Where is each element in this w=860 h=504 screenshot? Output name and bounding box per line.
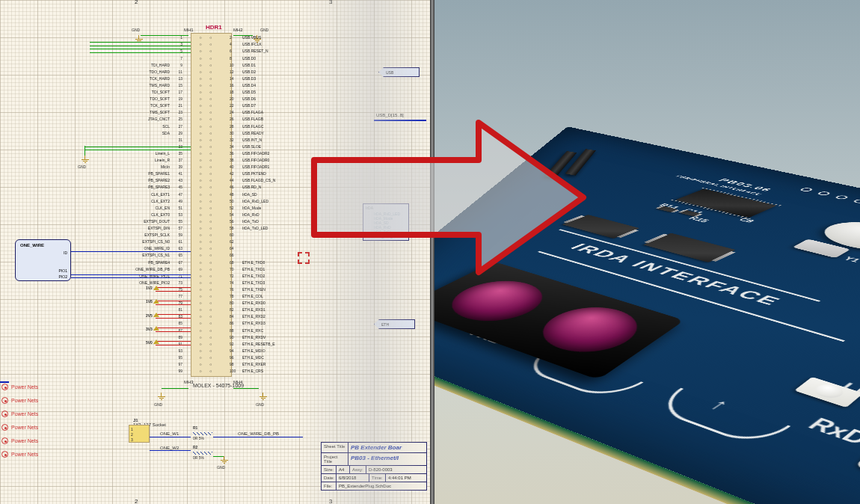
pin-row[interactable]: TMS_HARD15○ ○16USB.D4 [101,84,322,87]
pin-row[interactable]: CLK_EN51○ ○52IrDA_Mode [101,206,322,210]
pin-row[interactable]: CLK_EXT053○ ○54IrDA_RxD [101,213,322,217]
pin-row[interactable]: PB_SPARE467○ ○68ETH.E_TXD0 [101,260,322,264]
j1-socket[interactable]: 1 2 3 [129,425,150,443]
gnd-icon [220,456,229,464]
pin-row[interactable]: 99○ ○100ETH.E_CRS [101,369,322,373]
led-smd [794,377,860,408]
silk-rxd: RxD [802,414,860,449]
mh3: MH3 [184,380,194,384]
pin-row[interactable]: MicIn39○ ○40USB.FIFOADR1 [101,165,322,169]
pin-row[interactable]: JTAG_CNCT25○ ○26USB.FLAGB [101,117,322,121]
pin-row[interactable]: TDI_HARD9○ ○10USB.D1 [101,63,322,67]
pin-row[interactable]: 31○ ○32USB.INT_N [101,138,322,142]
pin-row[interactable]: TMS_SOFT23○ ○24USB.FLAGA [101,111,322,114]
ruler-top-2: 2 [135,0,138,5]
pin-row[interactable]: TDI_SOFT17○ ○18USB.D5 [101,90,322,94]
gnd-lbl-tl: GND [132,28,140,32]
pin-row[interactable]: TCK_SOFT21○ ○22USB.D7 [101,104,322,108]
r1[interactable]: R10R 5% [193,430,212,434]
pin-row[interactable]: 91○ ○92ETH.E_RESETB_E [101,342,322,346]
owdb-label: ONE_WIRE_DB_PB [238,431,279,436]
pin-row[interactable]: ONE_WIRE_ID63○ ○64 [101,247,322,251]
pin-row[interactable]: 77○ ○78ETH.E_COL [101,295,322,298]
pin-row[interactable]: 7○ ○8USB.D0 [101,56,322,60]
connector-block [856,322,860,504]
pin-row[interactable]: TCK_HARD13○ ○14USB.D3 [101,77,322,81]
pin-row[interactable]: PB_SPARE345○ ○46USB.RD_N [101,185,322,189]
gnd-icon [259,393,268,400]
crosslink-arrow-icon [307,115,591,280]
pin-row[interactable]: CLK_EXT147○ ○48IrDA_SD [101,192,322,196]
r2[interactable]: R20R 5% [193,449,212,453]
mh2: MH2 [233,28,243,32]
pin-row[interactable]: ONE_WIRE_DB_PB69○ ○70ETH.E_TXD1 [101,267,322,271]
port-usb[interactable]: USB [378,67,420,77]
pin-row[interactable]: 97○ ○98ETH.E_RXER [101,363,322,366]
molex-label: MOLEX - 54075-1009 [193,383,244,388]
pin-row[interactable]: SCL27○ ○28USB.FLAGC [101,124,322,128]
pin-row[interactable]: EXTSPI_CS_N061○ ○62 [101,240,322,244]
pin-row[interactable]: 87○ ○88ETH.E_RXC [101,328,322,332]
pin-row[interactable]: 85○ ○86ETH.E_RXD3 [101,322,322,325]
pin-row[interactable]: TDO_SOFT19○ ○20USB.D6 [101,97,322,101]
pin-row[interactable]: 81○ ○82ETH.E_RXD1 [101,308,322,312]
pin-row[interactable]: 83○ ○84ETH.E_RXD2 [101,315,322,319]
hdr-designator[interactable]: HDR1 [206,24,222,31]
ruler-top-3: 3 [329,0,332,5]
pin-row[interactable]: 93○ ○94ETH.E_MDIO [101,349,322,353]
pin-row[interactable]: TDO_HARD11○ ○12USB.D2 [101,70,322,74]
one-wire-port[interactable]: ONE_WIRE ID PIO1 PIO2 [15,239,71,281]
pin-row[interactable]: 1○ ○2USB.VBUS [101,36,322,40]
silk-y1: Y1 [841,256,860,263]
pin-row[interactable]: SDA29○ ○30USB.READY [101,131,322,135]
pin-row[interactable]: 89○ ○90ETH.E_RXDV [101,335,322,339]
pin-row[interactable]: 75○ ○76ETH.E_TXEN [101,288,322,292]
silk-r15: R15 [687,215,712,224]
ruler-bot-2: 2 [135,498,138,504]
pin-row[interactable]: LineIn_R37○ ○38USB.FIFOADR0 [101,159,322,162]
gnd-lbl-tr: GND [260,28,268,32]
pin-row[interactable]: EXTSPI_SCLK59○ ○60 [101,233,322,237]
pin-row[interactable]: EXTSPI_CS_N165○ ○66 [101,253,322,257]
port-eth[interactable]: ETH [374,319,415,329]
pin-row[interactable]: 95○ ○96ETH.E_MDC [101,356,322,360]
ruler-bot-3: 3 [329,498,332,504]
pin-row[interactable]: 79○ ○80ETH.E_RXD0 [101,301,322,305]
pin-row[interactable]: PB_SPARE243○ ○44USB.FLAGD_CS_N [101,179,322,182]
pin-row[interactable]: PB_SPARE141○ ○42USB.PKTEND [101,172,322,176]
pin-row[interactable]: EXTSPI_DOUT55○ ○56IrDA_TxD [101,220,322,224]
power-nets-list[interactable]: Power Nets Power Nets Power Nets Power N… [1,377,38,464]
ow1-label: ONE_W1 [160,431,179,436]
pin-row[interactable]: CLK_EXT249○ ○50IrDA_RxD_LED [101,199,322,203]
pin-row[interactable]: ONE_WIRE_PIO273○ ○74ETH.E_TXD3 [101,281,322,285]
mh1: MH1 [184,28,194,32]
pin-row[interactable]: LineIn_L35○ ○36USB.FIFOADR2 [101,152,322,156]
title-block: Sheet Title PB Extender Boar Project Tit… [321,442,427,491]
gnd-icon [81,156,90,163]
gnd-icon [157,393,166,400]
pin-row[interactable]: EXTSPI_DIN57○ ○58IrDA_TxD_LED [101,227,322,230]
